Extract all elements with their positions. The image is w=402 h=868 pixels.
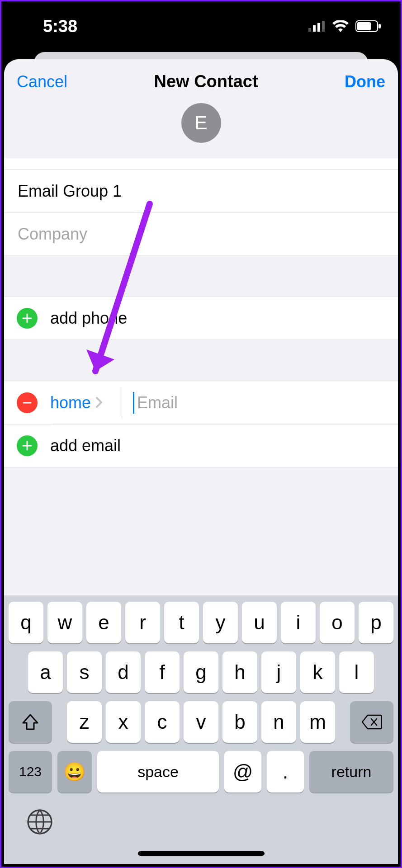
avatar-initial: E xyxy=(194,112,207,134)
key-l[interactable]: l xyxy=(339,651,374,693)
text-cursor xyxy=(133,392,134,414)
key-n[interactable]: n xyxy=(261,701,296,743)
key-k[interactable]: k xyxy=(300,651,335,693)
company-row[interactable] xyxy=(4,212,398,256)
emoji-key[interactable]: 😀 xyxy=(57,751,92,793)
key-d[interactable]: d xyxy=(106,651,141,693)
svg-rect-0 xyxy=(308,28,311,32)
key-u[interactable]: u xyxy=(242,602,277,643)
phone-section: add phone xyxy=(4,297,398,340)
add-phone-row[interactable]: add phone xyxy=(4,297,398,340)
email-input[interactable] xyxy=(136,393,385,413)
key-p[interactable]: p xyxy=(359,602,393,643)
return-key[interactable]: return xyxy=(309,751,393,793)
status-time: 5:38 xyxy=(43,17,77,36)
key-i[interactable]: i xyxy=(281,602,316,643)
name-row[interactable] xyxy=(4,169,398,212)
contact-avatar[interactable]: E xyxy=(181,103,221,143)
nav-bar: Cancel New Contact Done xyxy=(4,59,398,99)
chevron-right-icon xyxy=(95,393,103,412)
page-title: New Contact xyxy=(154,72,258,91)
at-key[interactable]: @ xyxy=(224,751,261,793)
email-entry-row[interactable]: home xyxy=(4,381,398,424)
battery-icon xyxy=(355,20,382,32)
key-b[interactable]: b xyxy=(222,701,257,743)
add-email-row[interactable]: add email xyxy=(4,424,398,467)
new-contact-sheet: Cancel New Contact Done E add phone xyxy=(4,59,398,864)
plus-icon xyxy=(17,308,38,329)
minus-icon[interactable] xyxy=(17,392,38,413)
key-c[interactable]: c xyxy=(145,701,180,743)
svg-rect-3 xyxy=(322,21,325,32)
status-bar: 5:38 xyxy=(1,1,401,51)
key-o[interactable]: o xyxy=(320,602,355,643)
delete-key[interactable] xyxy=(350,701,393,743)
svg-rect-2 xyxy=(317,23,320,32)
email-type-label: home xyxy=(50,393,91,412)
wifi-icon xyxy=(332,20,349,32)
shift-key[interactable] xyxy=(9,701,52,743)
key-v[interactable]: v xyxy=(184,701,218,743)
shift-icon xyxy=(21,713,39,731)
key-r[interactable]: r xyxy=(125,602,160,643)
key-g[interactable]: g xyxy=(184,651,218,693)
key-t[interactable]: t xyxy=(164,602,199,643)
plus-icon xyxy=(17,435,38,456)
add-email-label: add email xyxy=(50,436,121,455)
key-y[interactable]: y xyxy=(203,602,238,643)
svg-rect-1 xyxy=(313,25,316,32)
key-x[interactable]: x xyxy=(106,701,141,743)
done-button[interactable]: Done xyxy=(345,72,385,91)
space-key[interactable]: space xyxy=(97,751,219,793)
name-input[interactable] xyxy=(17,181,385,201)
home-indicator[interactable] xyxy=(138,851,265,856)
vertical-divider xyxy=(122,387,122,419)
dot-key[interactable]: . xyxy=(267,751,304,793)
emoji-icon: 😀 xyxy=(63,761,86,783)
status-icons xyxy=(308,20,382,32)
svg-rect-5 xyxy=(357,22,371,30)
keyboard: qwertyuiop asdfghjkl zxcvbnm 123 😀 space… xyxy=(4,595,398,864)
key-z[interactable]: z xyxy=(67,701,102,743)
key-w[interactable]: w xyxy=(47,602,82,643)
email-type-selector[interactable]: home xyxy=(50,393,111,412)
key-f[interactable]: f xyxy=(145,651,180,693)
email-section: home add email xyxy=(4,381,398,467)
key-m[interactable]: m xyxy=(300,701,335,743)
cancel-button[interactable]: Cancel xyxy=(17,72,67,91)
svg-rect-6 xyxy=(378,24,381,28)
backspace-icon xyxy=(361,714,382,730)
key-a[interactable]: a xyxy=(28,651,63,693)
add-phone-label: add phone xyxy=(50,309,127,328)
key-e[interactable]: e xyxy=(86,602,121,643)
globe-icon[interactable] xyxy=(27,809,53,835)
cellular-icon xyxy=(308,21,326,32)
company-input[interactable] xyxy=(17,224,385,244)
numeric-key[interactable]: 123 xyxy=(9,751,52,793)
key-h[interactable]: h xyxy=(222,651,257,693)
key-q[interactable]: q xyxy=(9,602,43,643)
name-section xyxy=(4,158,398,256)
key-s[interactable]: s xyxy=(67,651,102,693)
key-j[interactable]: j xyxy=(261,651,296,693)
